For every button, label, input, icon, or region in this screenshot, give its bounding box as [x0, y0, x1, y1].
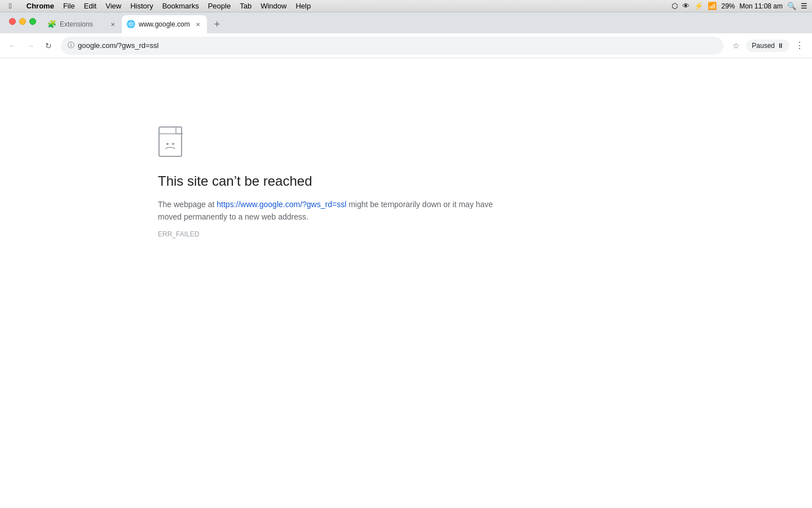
new-tab-button[interactable]: + [209, 16, 225, 32]
screencast-icon: 👁 [682, 2, 690, 10]
tab-google[interactable]: 🌐 www.google.com ✕ [122, 15, 207, 33]
apple-menu[interactable]:  [5, 0, 16, 12]
paused-label: Paused [752, 42, 775, 50]
navigation-bar: ← → ↻ ⓘ google.com/?gws_rd=ssl ☆ Paused … [0, 33, 812, 58]
error-container: This site can’t be reached The webpage a… [158, 126, 496, 238]
security-icon: ⓘ [68, 41, 74, 50]
extensions-tab-close[interactable]: ✕ [108, 20, 117, 29]
address-bar[interactable]: ⓘ google.com/?gws_rd=ssl [61, 37, 723, 55]
menu-chrome[interactable]: Chrome [22, 0, 59, 12]
google-tab-close[interactable]: ✕ [193, 20, 202, 29]
menu-people[interactable]: People [204, 0, 235, 12]
error-code: ERR_FAILED [158, 230, 496, 238]
battery-text: 29% [721, 2, 735, 10]
error-url-link[interactable]: https://www.google.com/?gws_rd=ssl [217, 200, 346, 209]
search-icon[interactable]: 🔍 [787, 2, 796, 10]
menu-edit[interactable]: Edit [80, 0, 101, 12]
error-sad-document-icon [158, 126, 185, 157]
menu-help[interactable]: Help [291, 0, 315, 12]
tab-extensions[interactable]: 🧩 Extensions ✕ [43, 15, 122, 33]
url-display: google.com/?gws_rd=ssl [78, 41, 717, 50]
google-tab-title: www.google.com [139, 20, 190, 28]
page-content: This site can’t be reached The webpage a… [0, 58, 812, 508]
menu-tab[interactable]: Tab [235, 0, 256, 12]
datetime-display: Mon 11:08 am [739, 2, 783, 10]
menu-window[interactable]: Window [256, 0, 291, 12]
forward-button[interactable]: → [23, 38, 38, 54]
extensions-tab-title: Extensions [60, 20, 105, 28]
notification-icon[interactable]: ☰ [801, 2, 807, 10]
back-button[interactable]: ← [5, 38, 20, 54]
traffic-lights [5, 16, 41, 27]
menu-bookmarks[interactable]: Bookmarks [158, 0, 204, 12]
svg-point-3 [172, 143, 174, 145]
error-description: The webpage at https://www.google.com/?g… [158, 198, 496, 224]
svg-rect-0 [159, 127, 182, 156]
paused-button[interactable]: Paused ⏸ [746, 40, 789, 52]
close-window-button[interactable] [9, 18, 16, 25]
menu-view[interactable]: View [101, 0, 126, 12]
error-title: This site can’t be reached [158, 173, 496, 189]
menu-file[interactable]: File [59, 0, 80, 12]
chrome-menu-button[interactable]: ⋮ [792, 38, 807, 54]
reload-button[interactable]: ↻ [41, 38, 56, 54]
error-desc-before: The webpage at [158, 200, 217, 209]
wifi-icon: 📶 [708, 2, 717, 10]
tab-bar: 🧩 Extensions ✕ 🌐 www.google.com ✕ + [0, 12, 812, 33]
bookmark-star-button[interactable]: ☆ [728, 38, 744, 54]
google-tab-favicon: 🌐 [126, 20, 135, 29]
paused-icon: ⏸ [777, 42, 784, 50]
bluetooth-icon: ⚡ [694, 2, 703, 10]
minimize-window-button[interactable] [19, 18, 26, 25]
svg-point-2 [166, 143, 169, 145]
menu-history[interactable]: History [126, 0, 157, 12]
dropbox-icon: ⬡ [672, 2, 678, 10]
maximize-window-button[interactable] [29, 18, 36, 25]
menubar-right: ⬡ 👁 ⚡ 📶 29% Mon 11:08 am 🔍 ☰ [672, 2, 807, 10]
menu-bar:  Chrome File Edit View History Bookmark… [0, 0, 812, 12]
extensions-tab-icon: 🧩 [47, 20, 56, 29]
chrome-window: 🧩 Extensions ✕ 🌐 www.google.com ✕ + ← → … [0, 12, 812, 508]
